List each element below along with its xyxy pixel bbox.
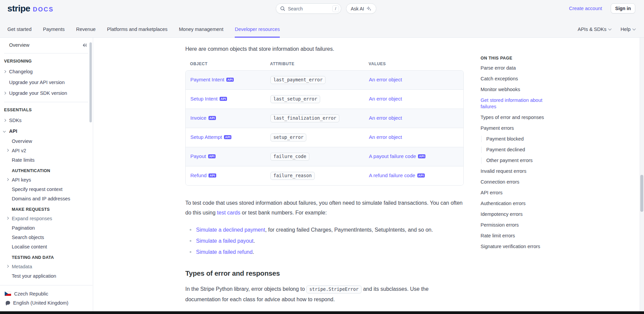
toc-item-payment-declined[interactable]: Payment declined xyxy=(481,147,553,153)
sidebar-scroll-area: Overview VERSIONING Changelog Upgrade yo… xyxy=(0,38,92,285)
test-cards-link[interactable]: test cards xyxy=(217,210,240,215)
article: Here are common objects that store infor… xyxy=(185,38,464,314)
payment-intent-link[interactable]: Payment Intent xyxy=(190,77,224,82)
toc-item-authentication-errors[interactable]: Authentication errors xyxy=(481,200,553,207)
nav-tab-payments[interactable]: Payments xyxy=(43,17,65,38)
table-row: RefundAPI failure_reason A refund failur… xyxy=(186,166,463,185)
sidebar-item-label: Metadata xyxy=(12,264,32,269)
nav-tab-get-started[interactable]: Get started xyxy=(7,17,32,38)
page-scrollbar-thumb[interactable] xyxy=(640,175,643,212)
api-badge: API xyxy=(417,173,425,178)
help-dropdown[interactable]: Help xyxy=(620,27,635,32)
sidebar-item-label: Search objects xyxy=(12,235,44,240)
sidebar-item-expand-responses[interactable]: Expand responses xyxy=(0,214,92,223)
sidebar-scrollbar-thumb[interactable] xyxy=(89,42,92,122)
nav-tab-revenue[interactable]: Revenue xyxy=(76,17,96,38)
toc-item-connection-errors[interactable]: Connection errors xyxy=(481,179,553,185)
region-selector[interactable]: Czech Republic xyxy=(0,289,92,298)
sidebar-overview-label: Overview xyxy=(9,42,29,48)
sidebar-item-metadata[interactable]: Metadata xyxy=(0,262,92,271)
sidebar-item-overview-top[interactable]: Overview xyxy=(0,40,92,50)
column-header-values: VALUES xyxy=(364,62,464,66)
sidebar-item-label: API v2 xyxy=(12,148,26,153)
simulate-failed-refund-link[interactable]: Simulate a failed refund xyxy=(196,249,253,255)
list-item: Simulate a declined payment, for creatin… xyxy=(185,225,464,234)
refund-link[interactable]: Refund xyxy=(190,172,206,178)
invoice-link[interactable]: Invoice xyxy=(190,115,206,121)
sidebar-item-api-overview[interactable]: Overview xyxy=(0,136,92,146)
toc-item-signature-verification-errors[interactable]: Signature verification errors xyxy=(481,243,553,250)
api-badge: API xyxy=(224,135,231,139)
value-cell: A refund failure codeAPI xyxy=(364,166,464,185)
nav-tab-platforms-and-marketplaces[interactable]: Platforms and marketplaces xyxy=(107,17,167,38)
sidebar-item-api-v2[interactable]: API v2 xyxy=(0,146,92,155)
simulate-failed-payout-link[interactable]: Simulate a failed payout xyxy=(196,238,254,244)
toc-item-parse-error-data[interactable]: Parse error data xyxy=(481,65,553,71)
sidebar-item-label: Upgrade your API version xyxy=(9,80,65,85)
sidebar-item-label: Localise content xyxy=(12,244,47,249)
toc-item-other-payment-errors[interactable]: Other payment errors xyxy=(481,157,553,164)
create-account-link[interactable]: Create account xyxy=(569,6,602,11)
stripe-docs-logo[interactable]: stripe DOCS xyxy=(7,3,54,14)
sidebar-item-label: Domains and IP addresses xyxy=(12,196,70,201)
sidebar-item-specify-request-context[interactable]: Specify request context xyxy=(0,185,92,194)
nav-tab-money-management[interactable]: Money management xyxy=(179,17,223,38)
setup-intent-link[interactable]: Setup Intent xyxy=(190,96,218,102)
api-badge: API xyxy=(418,154,425,158)
sidebar-item-domains-ip-addresses[interactable]: Domains and IP addresses xyxy=(0,194,92,203)
search-input[interactable] xyxy=(288,6,330,11)
sign-in-button[interactable]: Sign in xyxy=(611,3,635,13)
sidebar-item-upgrade-sdk-version[interactable]: Upgrade your SDK version xyxy=(0,88,92,99)
search-box[interactable]: / xyxy=(276,3,341,14)
toc-item-payment-errors[interactable]: Payment errors xyxy=(481,125,553,131)
sidebar: Overview VERSIONING Changelog Upgrade yo… xyxy=(0,38,93,314)
nav-tab-developer-resources[interactable]: Developer resources xyxy=(235,17,280,38)
attribute-cell: setup_error xyxy=(266,128,364,147)
page-scrollbar-track[interactable] xyxy=(640,38,644,314)
error-object-link[interactable]: An error object xyxy=(369,134,402,140)
toc-item-payment-blocked[interactable]: Payment blocked xyxy=(481,136,553,142)
region-label: Czech Republic xyxy=(14,291,48,297)
toc-item-invalid-request-errors[interactable]: Invalid request errors xyxy=(481,168,553,174)
sidebar-item-localise-content[interactable]: Localise content xyxy=(0,242,92,251)
sidebar-item-changelog[interactable]: Changelog xyxy=(0,66,92,77)
logo-docs-text: DOCS xyxy=(33,6,54,13)
search-icon xyxy=(280,6,285,11)
language-selector[interactable]: English (United Kingdom) xyxy=(0,298,92,307)
toc-item-types-of-error[interactable]: Types of error and responses xyxy=(481,114,553,121)
payout-link[interactable]: Payout xyxy=(190,153,206,159)
toc-item-monitor-webhooks[interactable]: Monitor webhooks xyxy=(481,86,553,93)
sidebar-divider xyxy=(4,53,88,53)
error-object-link[interactable]: An error object xyxy=(369,96,402,102)
toc-item-catch-exceptions[interactable]: Catch exceptions xyxy=(481,76,553,82)
sidebar-collapse-button[interactable] xyxy=(81,42,87,48)
error-object-link[interactable]: An error object xyxy=(369,77,402,82)
toc-item-get-stored-information[interactable]: Get stored information about failures xyxy=(481,97,553,110)
api-badge: API xyxy=(220,97,227,101)
sidebar-item-search-objects[interactable]: Search objects xyxy=(0,233,92,242)
toc-item-permission-errors[interactable]: Permission errors xyxy=(481,222,553,228)
toc-item-api-errors[interactable]: API errors xyxy=(481,190,553,196)
error-object-link[interactable]: An error object xyxy=(369,115,402,121)
sidebar-item-rate-limits[interactable]: Rate limits xyxy=(0,155,92,165)
toc-item-idempotency-errors[interactable]: Idempotency errors xyxy=(481,211,553,218)
column-header-attribute: ATTRIBUTE xyxy=(265,62,364,66)
ask-ai-button[interactable]: Ask AI xyxy=(346,3,376,14)
paragraph-text: or test bank numbers. For example: xyxy=(240,210,327,215)
attribute-cell: last_setup_error xyxy=(266,90,364,109)
sidebar-item-api-keys[interactable]: API keys xyxy=(0,175,92,185)
sidebar-item-sdks[interactable]: SDKs xyxy=(0,115,92,126)
simulate-declined-payment-link[interactable]: Simulate a declined payment xyxy=(196,227,265,233)
apis-sdks-label: APIs & SDKs xyxy=(578,27,606,32)
toc-item-rate-limit-errors[interactable]: Rate limit errors xyxy=(481,233,553,239)
payout-failure-code-link[interactable]: A payout failure code xyxy=(369,153,416,159)
refund-failure-code-link[interactable]: A refund failure code xyxy=(369,172,415,178)
setup-attempt-link[interactable]: Setup Attempt xyxy=(190,134,222,140)
attribute-code: failure_reason xyxy=(270,172,315,180)
sidebar-item-pagination[interactable]: Pagination xyxy=(0,223,92,233)
sidebar-item-test-your-application[interactable]: Test your application xyxy=(0,271,92,281)
sidebar-item-api[interactable]: API xyxy=(0,126,92,136)
apis-sdks-dropdown[interactable]: APIs & SDKs xyxy=(578,27,611,32)
sidebar-item-upgrade-api-version[interactable]: Upgrade your API version xyxy=(0,77,92,88)
logo-stripe-text: stripe xyxy=(7,3,30,14)
